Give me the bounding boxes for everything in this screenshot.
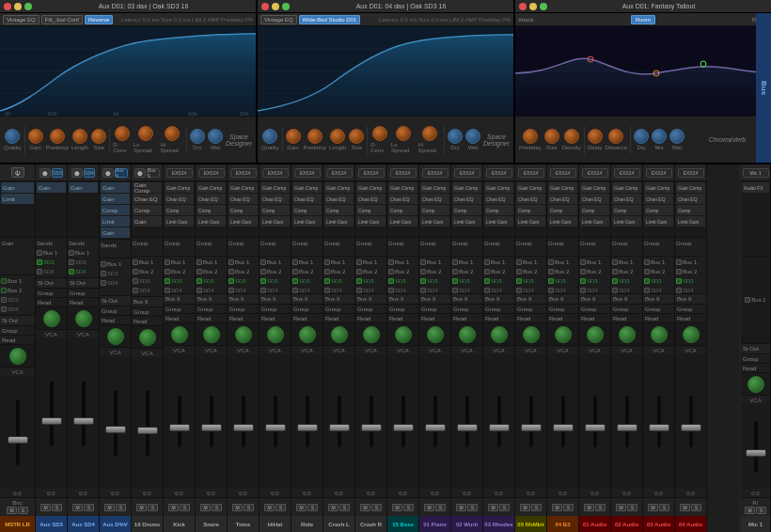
vca-knob-drums[interactable] xyxy=(139,329,156,346)
comp-slot-div[interactable]: Comp xyxy=(101,205,130,215)
gain-knob-2[interactable] xyxy=(286,129,301,144)
bus6-label[interactable]: Bus 6 xyxy=(115,168,128,178)
quality-knob-2[interactable] xyxy=(262,129,277,144)
exs24-label-kick[interactable]: EXS24 xyxy=(166,168,193,178)
s-btn-master[interactable]: S xyxy=(18,507,28,514)
vca-knob-sd4[interactable] xyxy=(75,310,92,327)
distance-ctrl: Distance xyxy=(606,129,627,150)
gain-slot-div3[interactable]: Gain xyxy=(101,227,130,238)
limit-slot-div[interactable]: Limit xyxy=(101,216,130,227)
io-btn-sd3[interactable]: ⬤ xyxy=(39,168,51,178)
size-knob[interactable] xyxy=(91,129,106,144)
ch-level-master: 0.0 xyxy=(0,489,35,497)
m-btn-master[interactable]: M xyxy=(7,507,17,514)
gain-slot-sd3[interactable]: Gain xyxy=(37,182,66,193)
room-tab[interactable]: Room xyxy=(631,15,655,24)
size-knob-2[interactable] xyxy=(349,129,364,144)
s-btn-drums[interactable]: S xyxy=(148,504,158,511)
fader-cap-sd4[interactable] xyxy=(73,417,94,425)
bus9-label[interactable]: Bus 9 xyxy=(147,168,160,178)
sd4-label-btn[interactable]: SD4 xyxy=(84,168,95,178)
wet-knob-3[interactable] xyxy=(669,129,684,144)
close-icon-2[interactable] xyxy=(261,3,269,10)
m-btn-sd3[interactable]: M xyxy=(40,504,51,511)
filt-btn[interactable]: Filt_Josl Conf xyxy=(41,15,83,24)
io-btn-drums[interactable]: ⬤ xyxy=(134,168,146,178)
mic1-label[interactable]: Mic 1 xyxy=(743,168,769,178)
reverse-btn[interactable]: Reverse xyxy=(85,15,113,24)
vintage-eq-btn-2[interactable]: Vintage EQ xyxy=(260,15,297,24)
predemp-knob[interactable] xyxy=(50,129,65,144)
sd3-label[interactable]: SD3 xyxy=(52,168,63,178)
wide-bed-btn[interactable]: Wide-Bed Studio D01 xyxy=(299,15,361,24)
hispread-knob-2[interactable] xyxy=(422,126,437,141)
ctrl-predemp-2: Predemp xyxy=(304,129,326,150)
compcomp-slot[interactable]: Comp xyxy=(133,205,162,215)
gain-knob-1[interactable] xyxy=(28,129,43,144)
channel-strip-03-rhodes: EXS24 Gain CompChan EQCompLimit Gain Gro… xyxy=(483,164,515,532)
length-knob-2[interactable] xyxy=(330,129,345,144)
delay-knob[interactable] xyxy=(588,129,603,144)
distance-knob[interactable] xyxy=(608,129,623,144)
close-icon-3[interactable] xyxy=(519,3,527,10)
gain-slot-sd4[interactable]: Gain xyxy=(69,182,98,193)
length-knob[interactable] xyxy=(72,129,87,144)
power-btn[interactable]: ⏻ xyxy=(11,167,24,178)
fader-cap-kick[interactable] xyxy=(169,424,190,431)
fullscreen-icon-1[interactable] xyxy=(24,3,32,10)
fullscreen-icon-2[interactable] xyxy=(282,3,290,10)
wet-knob-1[interactable] xyxy=(208,129,223,144)
predemp-knob-2[interactable] xyxy=(307,129,323,144)
fader-cap-drums[interactable] xyxy=(137,427,158,434)
limit-slot[interactable]: Limit xyxy=(1,194,34,204)
m-btn-drums[interactable]: M xyxy=(136,504,147,511)
ctrl-wet-1: Wet xyxy=(208,129,223,150)
m-btn-kick[interactable]: M xyxy=(168,504,179,511)
s-btn-sd4[interactable]: S xyxy=(84,504,94,511)
io-btn-sd4[interactable]: ⬤ xyxy=(71,168,83,178)
minimize-icon-3[interactable] xyxy=(529,3,537,10)
vca-knob-kick[interactable] xyxy=(171,326,188,343)
fader-cap-master[interactable] xyxy=(8,436,28,444)
size-knob-3[interactable] xyxy=(544,129,559,144)
dry-knob-1[interactable] xyxy=(190,129,205,144)
fader-cap-sd3[interactable] xyxy=(41,417,62,425)
fullscreen-icon-3[interactable] xyxy=(540,3,547,10)
lospread-knob[interactable] xyxy=(138,126,153,141)
dcenv-knob[interactable] xyxy=(115,126,130,141)
dry-knob-2[interactable] xyxy=(448,129,463,144)
gain3-slot[interactable]: Gain xyxy=(133,216,162,227)
predelay-knob[interactable] xyxy=(523,129,538,144)
io-btn-div[interactable]: ⬤ xyxy=(102,168,114,178)
vintage-eq-btn[interactable]: Vintage EQ xyxy=(3,15,39,24)
hispread-knob[interactable] xyxy=(165,126,180,141)
dcenv-knob-2[interactable] xyxy=(372,126,387,141)
chaneq-slot[interactable]: Chan EQ xyxy=(133,194,162,204)
m-btn-div[interactable]: M xyxy=(104,504,115,511)
gain-slot-div2[interactable]: Gain xyxy=(101,194,130,204)
quality-knob[interactable] xyxy=(5,129,20,144)
vca-knob-div[interactable] xyxy=(107,328,124,345)
lospread-knob-2[interactable] xyxy=(396,126,411,141)
minimize-icon-2[interactable] xyxy=(272,3,279,10)
gaincomp-slot[interactable]: Gain Comp xyxy=(133,182,162,193)
channel-strip-ride: EXS24 Gain CompChan EQCompLimit Gain Gro… xyxy=(291,164,323,532)
fader-cap-div[interactable] xyxy=(105,426,126,433)
minimize-icon-1[interactable] xyxy=(14,3,22,10)
close-icon-1[interactable] xyxy=(4,3,11,10)
vca-knob-master[interactable] xyxy=(9,348,26,365)
s-btn-kick[interactable]: S xyxy=(180,504,190,511)
ch-name-sd4: Aux SD4 xyxy=(68,516,99,532)
m-btn-sd4[interactable]: M xyxy=(72,504,83,511)
gain-slot[interactable]: Gain xyxy=(1,182,34,193)
s-btn-sd3[interactable]: S xyxy=(52,504,62,511)
vca-knob-sd3[interactable] xyxy=(43,310,60,327)
dry-knob-3[interactable] xyxy=(634,129,649,144)
mix-knob-3[interactable] xyxy=(652,129,667,144)
wet-knob-2[interactable] xyxy=(465,129,480,144)
density-knob[interactable] xyxy=(564,129,579,144)
channel-strip-drums: ⬤ Bus 9 Gain Comp Chan EQ Comp Gain Grou… xyxy=(132,164,164,532)
ctrl-size: Size xyxy=(91,129,106,150)
gain-slot-div[interactable]: Gain xyxy=(101,182,130,193)
s-btn-div[interactable]: S xyxy=(116,504,126,511)
